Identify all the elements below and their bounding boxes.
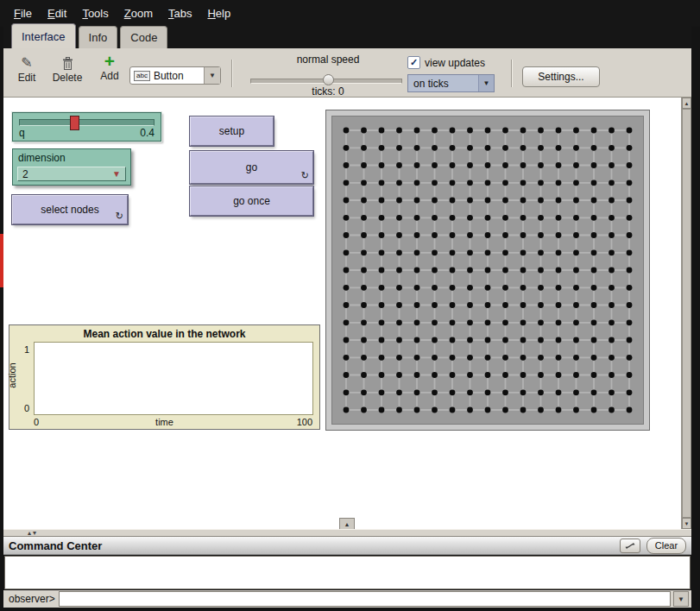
go-label: go xyxy=(246,161,257,173)
select-nodes-button[interactable]: select nodes ↻ xyxy=(12,195,128,224)
check-icon: ✓ xyxy=(410,58,418,67)
view-updates-control[interactable]: ✓ view updates xyxy=(407,56,485,69)
command-center-title: Command Center xyxy=(3,539,620,552)
chooser-dimension-select[interactable]: 2 ▼ xyxy=(17,167,126,181)
command-line-row: observer> ▼ xyxy=(3,590,691,608)
plot-mean-action: Mean action value in the network 1 0 act… xyxy=(9,324,320,430)
widget-type-select[interactable]: abc Button ▼ xyxy=(129,66,221,85)
speed-slider[interactable] xyxy=(250,74,402,85)
scrollbar-thumb[interactable] xyxy=(682,109,691,518)
go-once-button[interactable]: go once xyxy=(190,186,313,216)
go-once-label: go once xyxy=(233,195,270,207)
edit-tool[interactable]: ✎ Edit xyxy=(10,54,43,84)
speed-label: normal speed xyxy=(255,54,400,66)
edit-tool-label: Edit xyxy=(18,72,36,84)
tab-info[interactable]: Info xyxy=(79,26,118,48)
splitter-arrows-icon[interactable]: ▴▾ xyxy=(28,529,38,537)
plot-x-axis-label: time xyxy=(9,417,319,427)
command-center-header: Command Center Clear xyxy=(3,537,691,555)
plus-icon: + xyxy=(93,53,126,70)
interface-toolbar: ✎ Edit Delete + Add abc Button ▼ xyxy=(3,48,691,98)
delete-tool[interactable]: Delete xyxy=(48,54,86,84)
forever-icon: ↻ xyxy=(116,211,123,222)
command-center-output[interactable] xyxy=(4,556,691,589)
scroll-down-button[interactable]: ▼ xyxy=(682,518,691,529)
setup-button[interactable]: setup xyxy=(190,117,274,146)
scroll-up-icon: ▲ xyxy=(684,101,690,106)
widget-type-dropdown-arrow-icon[interactable]: ▼ xyxy=(204,67,220,84)
command-center-splitter[interactable]: ▴▾ xyxy=(3,529,691,537)
add-tool[interactable]: + Add xyxy=(93,53,126,82)
slider-q-label: q xyxy=(19,127,25,139)
setup-label: setup xyxy=(219,125,244,137)
slider-q-thumb[interactable] xyxy=(70,116,79,130)
widget-type-value: Button xyxy=(154,70,204,82)
plot-y-max: 1 xyxy=(24,344,29,355)
observer-prompt-label: observer> xyxy=(6,593,59,605)
go-button[interactable]: go ↻ xyxy=(190,151,313,184)
plot-area xyxy=(34,342,313,415)
chooser-dimension-label: dimension xyxy=(18,152,66,164)
update-mode-dropdown[interactable]: on ticks ▼ xyxy=(407,74,495,92)
netlogo-window: File Edit Tools Zoom Tabs Help Interface… xyxy=(0,0,700,611)
plot-y-min: 0 xyxy=(24,403,29,413)
speed-slider-thumb[interactable] xyxy=(323,74,334,85)
world-lattice xyxy=(331,116,644,425)
collapse-up-icon: ▲ xyxy=(344,521,350,527)
vertical-scrollbar[interactable]: ▲ ▼ xyxy=(681,98,691,529)
toolbar-separator xyxy=(511,60,513,87)
update-mode-dropdown-arrow-icon[interactable]: ▼ xyxy=(478,75,494,91)
select-nodes-label: select nodes xyxy=(41,204,98,216)
menu-tools[interactable]: Tools xyxy=(75,4,115,22)
menu-file[interactable]: File xyxy=(7,4,39,22)
slider-q[interactable]: q 0.4 xyxy=(12,112,161,142)
menu-bar: File Edit Tools Zoom Tabs Help xyxy=(0,0,700,27)
plot-x-max: 100 xyxy=(297,417,312,427)
scroll-up-button[interactable]: ▲ xyxy=(682,98,691,109)
detach-button[interactable] xyxy=(620,539,640,553)
button-widget-icon: abc xyxy=(134,71,150,81)
interface-canvas: q 0.4 dimension 2 ▼ select nodes ↻ setup… xyxy=(3,98,681,529)
view-updates-label: view updates xyxy=(425,57,485,69)
chooser-dimension-value: 2 xyxy=(22,168,28,180)
command-input[interactable] xyxy=(59,591,671,607)
pencil-icon: ✎ xyxy=(10,54,43,72)
forever-icon: ↻ xyxy=(301,170,309,181)
history-dropdown-arrow-icon: ▼ xyxy=(678,595,684,603)
menu-help[interactable]: Help xyxy=(200,4,237,22)
slider-q-value: 0.4 xyxy=(140,127,155,139)
update-mode-value: on ticks xyxy=(408,78,478,90)
chooser-dropdown-arrow-icon: ▼ xyxy=(112,169,121,179)
menu-edit[interactable]: Edit xyxy=(41,4,73,22)
toolbar-separator xyxy=(231,60,233,87)
plot-title: Mean action value in the network xyxy=(9,328,319,340)
trash-icon xyxy=(48,54,86,72)
detach-arrows-icon xyxy=(625,542,635,550)
add-tool-label: Add xyxy=(100,70,118,82)
menu-tabs[interactable]: Tabs xyxy=(161,4,199,22)
view-updates-checkbox[interactable]: ✓ xyxy=(407,56,420,69)
slider-q-track[interactable] xyxy=(19,119,155,126)
clear-button[interactable]: Clear xyxy=(646,538,686,554)
world-view[interactable] xyxy=(326,110,649,430)
plot-y-axis-label: action xyxy=(7,362,17,387)
delete-tool-label: Delete xyxy=(53,72,83,84)
menu-zoom[interactable]: Zoom xyxy=(117,4,160,22)
ticks-counter: ticks: 0 xyxy=(255,85,400,98)
tab-interface[interactable]: Interface xyxy=(11,23,76,48)
history-dropdown-button[interactable]: ▼ xyxy=(673,591,689,607)
scroll-down-icon: ▼ xyxy=(684,521,690,526)
tab-code[interactable]: Code xyxy=(120,26,167,48)
settings-button[interactable]: Settings... xyxy=(522,66,600,87)
tab-bar: Interface Info Code xyxy=(3,27,691,48)
chooser-dimension[interactable]: dimension 2 ▼ xyxy=(12,148,131,186)
